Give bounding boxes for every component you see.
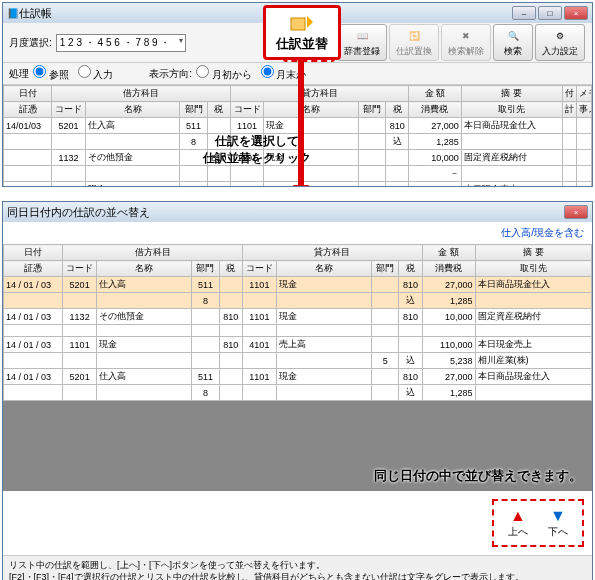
move-buttons-box: ▲上へ ▼下へ	[492, 499, 584, 547]
replace-icon: 🔁	[403, 27, 425, 45]
move-up-button[interactable]: ▲上へ	[508, 507, 528, 539]
close-button[interactable]: ×	[564, 6, 588, 20]
reorder-dialog: 同日日付内の仕訳の並べ替え × 仕入高/現金を含む 日付 借方科目 貸方科目 金…	[2, 201, 593, 580]
dir-start-radio[interactable]: 月初から	[196, 69, 252, 80]
hint-text: 同じ日付の中で並び替えできます。	[374, 467, 582, 485]
table-row[interactable]: 14 / 01 / 031132その他預金8101101現金81010,000固…	[4, 309, 592, 325]
input-settings-button[interactable]: ⚙入力設定	[535, 24, 585, 61]
dialog-title: 同日日付内の仕訳の並べ替え	[7, 205, 564, 220]
book-icon: 📖	[351, 27, 373, 45]
sort-journal-big-button[interactable]: 仕訳並替	[263, 5, 341, 60]
app-icon: 📘	[7, 8, 19, 19]
header-row-1: 日付 借方科目 貸方科目 金 額 摘 要	[4, 245, 592, 261]
minimize-button[interactable]: –	[512, 6, 536, 20]
dict-register-button[interactable]: 📖辞書登録	[337, 24, 387, 61]
clear-search-button[interactable]: ✖検索解除	[441, 24, 491, 61]
proc-label: 処理	[9, 67, 29, 81]
replace-button[interactable]: 🔁仕訳置換	[389, 24, 439, 61]
toolbar-row-1: 月度選択: 1 2 3 ・ 4 5 6 ・ 7 8 9 ・ 仕訳並替 🔃仕訳並替…	[3, 23, 592, 63]
table-row[interactable]: 5込5,238相川産業(株)	[4, 353, 592, 369]
gear-icon: ⚙	[549, 27, 571, 45]
proc-input-radio[interactable]: 入力	[78, 69, 114, 80]
search-icon: 🔍	[502, 27, 524, 45]
close-button[interactable]: ×	[564, 205, 588, 219]
sort-icon	[289, 12, 315, 35]
table-row[interactable]: 14 / 01 / 035201仕入高5111101現金81027,000本日商…	[4, 277, 592, 293]
footer-note: リスト中の仕訳を範囲し、[上へ]・[下へ]ボタンを使って並べ替えを行います。 […	[3, 555, 592, 580]
clear-icon: ✖	[455, 27, 477, 45]
table-row[interactable]	[4, 325, 592, 337]
journal-window: 📘 仕訳帳 – □ × 月度選択: 1 2 3 ・ 4 5 6 ・ 7 8 9 …	[2, 2, 593, 187]
arrow-up-icon: ▲	[508, 507, 528, 525]
svg-rect-0	[291, 18, 305, 30]
move-down-button[interactable]: ▼下へ	[548, 507, 568, 539]
reorder-grid[interactable]: 日付 借方科目 貸方科目 金 額 摘 要 証憑 コード名称部門税 コード名称部門…	[3, 244, 592, 401]
proc-ref-radio[interactable]: 参照	[33, 69, 69, 80]
empty-grid-area: 同じ日付の中で並び替えできます。	[3, 401, 592, 491]
month-label: 月度選択:	[9, 36, 52, 50]
table-row[interactable]: 14 / 01 / 031101現金8104101売上高110,000本日現金売…	[4, 337, 592, 353]
table-row[interactable]: 8込1,285	[4, 385, 592, 401]
maximize-button[interactable]: □	[538, 6, 562, 20]
big-btn-label: 仕訳並替	[276, 35, 328, 53]
titlebar: 同日日付内の仕訳の並べ替え ×	[3, 202, 592, 222]
table-row[interactable]: 8込1,285	[4, 293, 592, 309]
table-row[interactable]: 14 / 01 / 035201仕入高5111101現金81027,000本日商…	[4, 369, 592, 385]
search-button[interactable]: 🔍検索	[493, 24, 533, 61]
dir-label: 表示方向:	[149, 67, 192, 81]
filter-link[interactable]: 仕入高/現金を含む	[3, 222, 592, 244]
arrow-down-icon: ▼	[548, 507, 568, 525]
header-row-2: 証憑 コード名称部門税 コード名称部門税 消費税取引先	[4, 261, 592, 277]
month-select[interactable]: 1 2 3 ・ 4 5 6 ・ 7 8 9 ・	[56, 34, 186, 52]
